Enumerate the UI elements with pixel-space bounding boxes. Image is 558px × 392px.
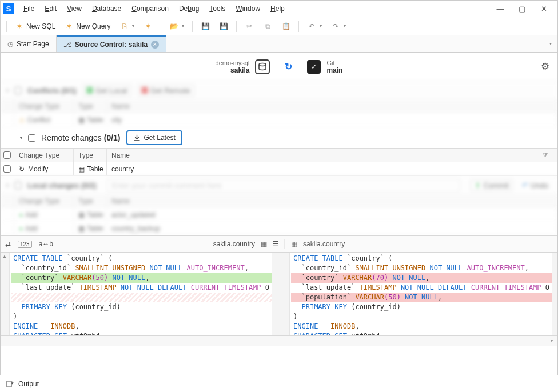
save-all-icon: 💾 bbox=[219, 22, 228, 31]
tab-close-button[interactable]: ✕ bbox=[151, 41, 159, 49]
undo-button[interactable]: ↶▾ bbox=[304, 20, 325, 33]
remote-title: Remote changes bbox=[41, 133, 104, 142]
output-icon bbox=[6, 380, 14, 388]
save-button[interactable]: 💾 bbox=[197, 20, 213, 33]
database-name: sakila bbox=[230, 66, 249, 74]
document-tabs: ◷ Start Page ⎇ Source Control: sakila ✕ … bbox=[1, 35, 557, 53]
spacer-dropdown[interactable]: ▾ bbox=[551, 338, 553, 343]
diff-swap-icon[interactable]: ⇄ bbox=[5, 240, 11, 248]
remote-changes-section: ▾ Remote changes (0/1) Get Latest bbox=[1, 127, 557, 149]
new-query-label: New Query bbox=[76, 22, 110, 30]
diff-toolbar: ⇄ 123 a↔b sakila.country ▦ ☰ ▦ sakila.co… bbox=[1, 235, 557, 253]
conflicts-row: ⚠Conflict ▦Table city bbox=[1, 113, 557, 127]
menu-file[interactable]: File bbox=[19, 2, 39, 15]
tab-start-page[interactable]: ◷ Start Page bbox=[1, 35, 57, 52]
remote-count: (0/1) bbox=[104, 133, 121, 142]
remote-collapse-arrow[interactable]: ▾ bbox=[20, 135, 22, 141]
diff-number-icon[interactable]: 123 bbox=[18, 241, 32, 248]
right-gutter bbox=[281, 253, 290, 335]
svg-point-0 bbox=[259, 63, 266, 66]
local-changes-section: ▾ Local changes (0/2) Enter your commit … bbox=[1, 176, 557, 194]
vcs-name: Git bbox=[326, 59, 334, 66]
change-type-value: Modify bbox=[28, 165, 48, 173]
left-gutter: ▲ bbox=[1, 253, 10, 335]
tabs-overflow[interactable]: ▾ bbox=[544, 35, 557, 52]
settings-gear-icon[interactable]: ⚙ bbox=[541, 61, 549, 73]
diff-pane-right: CREATE TABLE `country` ( `country_id` SM… bbox=[281, 253, 558, 335]
col-change-type[interactable]: Change Type bbox=[14, 149, 74, 162]
conflicts-section: ▾ Conflicts (0/1) Get Local Get Remote bbox=[1, 81, 557, 99]
new-sql-button[interactable]: ✶ New SQL bbox=[11, 20, 59, 33]
save-all-button[interactable]: 💾 bbox=[216, 20, 232, 33]
right-code[interactable]: CREATE TABLE `country` ( `country_id` SM… bbox=[290, 253, 552, 335]
get-latest-button[interactable]: Get Latest bbox=[126, 130, 182, 145]
left-code[interactable]: CREATE TABLE `country` ( `country_id` SM… bbox=[10, 253, 272, 335]
get-latest-label: Get Latest bbox=[144, 134, 176, 142]
type-value: Table bbox=[87, 165, 103, 173]
toolbar-btn-3[interactable]: 📂▾ bbox=[166, 20, 188, 33]
tab-source-label: Source Control: sakila bbox=[75, 41, 148, 49]
copy-icon: ⧉ bbox=[263, 22, 272, 31]
window-maximize[interactable]: ▢ bbox=[517, 4, 527, 13]
git-icon: ✓ bbox=[307, 60, 321, 74]
output-panel-tab[interactable]: Output bbox=[0, 375, 558, 392]
bottom-spacer: ▾ bbox=[1, 336, 557, 346]
menu-help[interactable]: Help bbox=[266, 2, 289, 15]
app-icon: S bbox=[3, 3, 14, 14]
database-icon bbox=[255, 59, 270, 74]
remote-grid-header: Change Type Type Name⧩ bbox=[1, 149, 557, 162]
menu-window[interactable]: Window bbox=[231, 2, 265, 15]
undo-icon: ↶ bbox=[307, 22, 316, 31]
window-minimize[interactable]: — bbox=[496, 4, 505, 13]
cut-icon: ✂ bbox=[245, 22, 254, 31]
compass-icon: ◷ bbox=[7, 40, 13, 48]
new-query-icon: ✶ bbox=[65, 22, 74, 31]
filter-icon[interactable]: ⧩ bbox=[538, 149, 552, 161]
title-bar: S File Edit View Database Comparison Deb… bbox=[1, 1, 557, 17]
remote-row-checkbox[interactable] bbox=[3, 165, 11, 173]
grid-icon[interactable]: ▦ bbox=[261, 240, 267, 248]
col-name[interactable]: Name⧩ bbox=[107, 149, 557, 162]
copy-button[interactable]: ⧉ bbox=[260, 20, 276, 33]
menu-view[interactable]: View bbox=[62, 2, 86, 15]
new-sql-label: New SQL bbox=[26, 22, 55, 30]
redo-icon: ↷ bbox=[331, 22, 340, 31]
remote-header-checkbox[interactable] bbox=[3, 151, 11, 159]
download-icon bbox=[133, 134, 141, 142]
diff-pane-left: ▲ CREATE TABLE `country` ( `country_id` … bbox=[1, 253, 281, 335]
paste-button[interactable]: 📋 bbox=[278, 20, 294, 33]
list-icon[interactable]: ☰ bbox=[273, 240, 279, 248]
menu-debug[interactable]: Debug bbox=[174, 2, 204, 15]
toolbar-btn-2[interactable]: ✶ bbox=[140, 20, 156, 33]
menu-edit[interactable]: Edit bbox=[40, 2, 61, 15]
name-value: country bbox=[107, 162, 557, 175]
menu-database[interactable]: Database bbox=[87, 2, 126, 15]
tab-source-control[interactable]: ⎇ Source Control: sakila ✕ bbox=[57, 35, 166, 52]
remote-row[interactable]: ↻Modify ▦Table country bbox=[1, 162, 557, 176]
menu-bar: File Edit View Database Comparison Debug… bbox=[19, 2, 289, 15]
modify-icon: ↻ bbox=[19, 165, 25, 173]
window-close[interactable]: ✕ bbox=[539, 4, 548, 13]
cut-button[interactable]: ✂ bbox=[241, 20, 257, 33]
connection-name: demo-mysql bbox=[216, 59, 250, 66]
database-context[interactable]: demo-mysql sakila bbox=[216, 59, 270, 74]
diff-mode-label[interactable]: a↔b bbox=[39, 240, 53, 248]
remote-checkbox-all[interactable] bbox=[28, 134, 35, 142]
diff-right-name: sakila.country bbox=[303, 240, 345, 248]
branch-icon: ⎇ bbox=[63, 41, 71, 49]
grid-icon-right[interactable]: ▦ bbox=[291, 240, 297, 248]
conflicts-checkbox[interactable] bbox=[14, 87, 22, 94]
toolbar-btn-1[interactable]: ⎘▾ bbox=[116, 20, 138, 33]
menu-comparison[interactable]: Comparison bbox=[127, 2, 173, 15]
refresh-icon[interactable]: ↻ bbox=[285, 61, 292, 72]
menu-tools[interactable]: Tools bbox=[205, 2, 230, 15]
redo-button[interactable]: ↷▾ bbox=[328, 20, 349, 33]
col-type[interactable]: Type bbox=[74, 149, 107, 162]
vcs-context[interactable]: ✓ Git main bbox=[307, 59, 342, 74]
context-bar: demo-mysql sakila ↻ ✓ Git main ⚙ bbox=[1, 53, 557, 81]
new-query-button[interactable]: ✶ New Query bbox=[61, 20, 114, 33]
save-icon: 💾 bbox=[201, 22, 210, 31]
tab-start-label: Start Page bbox=[17, 40, 49, 48]
paste-icon: 📋 bbox=[281, 22, 290, 31]
collapse-arrow-icon[interactable]: ▾ bbox=[6, 88, 9, 93]
